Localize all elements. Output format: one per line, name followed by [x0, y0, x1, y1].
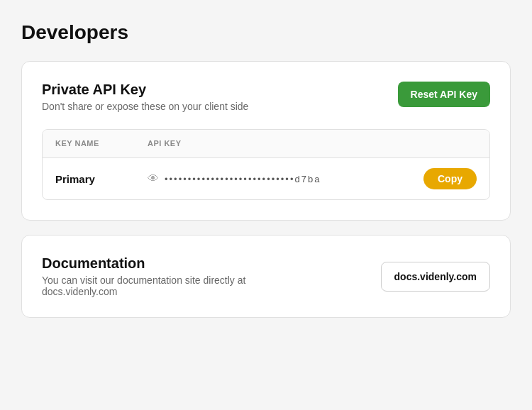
doc-card-title: Documentation [42, 255, 245, 272]
documentation-card: Documentation You can visit our document… [21, 235, 511, 318]
api-card-title: Private API Key [42, 82, 248, 98]
api-card-subtitle: Don't share or expose these on your clie… [42, 101, 248, 112]
doc-card-info: Documentation You can visit our document… [42, 255, 245, 297]
api-card-header: Private API Key Don't share or expose th… [42, 82, 490, 112]
col-key-name-label: KEY NAME [55, 138, 148, 149]
api-key-card: Private API Key Don't share or expose th… [21, 61, 511, 221]
page-title: Developers [21, 21, 511, 44]
api-table-header: KEY NAME API KEY [43, 130, 489, 158]
doc-card-subtitle: You can visit our documentation site dir… [42, 275, 245, 297]
copy-button[interactable]: Copy [423, 168, 477, 189]
col-api-key-label: API KEY [148, 138, 477, 149]
eye-icon[interactable]: 👁 [148, 172, 159, 185]
masked-key: ••••••••••••••••••••••••••••d7ba [165, 174, 321, 184]
key-name-value: Primary [55, 173, 148, 185]
api-card-info: Private API Key Don't share or expose th… [42, 82, 248, 112]
reset-api-key-button[interactable]: Reset API Key [398, 82, 490, 107]
doc-subtitle-line2: docs.videnly.com [42, 286, 117, 297]
docs-link-button[interactable]: docs.videnly.com [381, 262, 490, 292]
doc-subtitle-line1: You can visit our documentation site dir… [42, 275, 245, 286]
key-value-container: 👁 ••••••••••••••••••••••••••••d7ba [148, 172, 423, 185]
api-key-table: KEY NAME API KEY Primary 👁 •••••••••••••… [42, 129, 490, 200]
table-row: Primary 👁 ••••••••••••••••••••••••••••d7… [43, 158, 489, 199]
